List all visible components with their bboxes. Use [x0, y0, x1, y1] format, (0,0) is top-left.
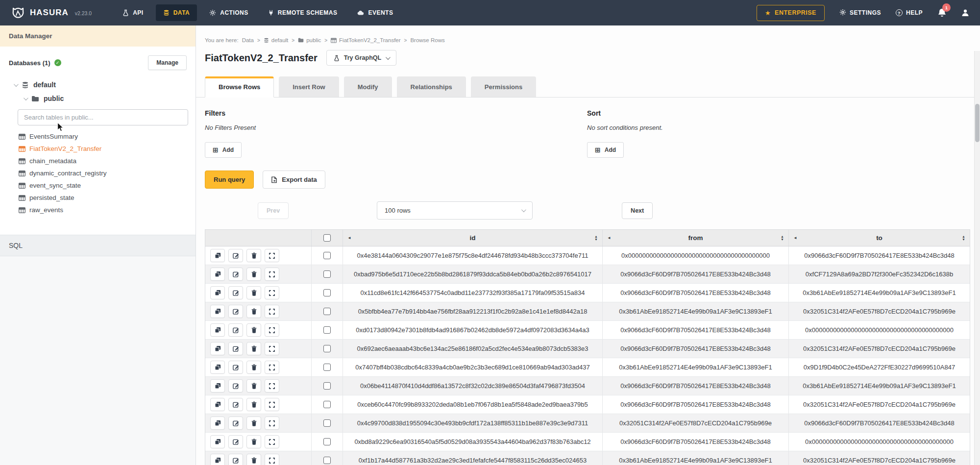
clone-row-button[interactable] — [210, 305, 225, 318]
vertical-scrollbar[interactable] — [974, 51, 980, 465]
edit-row-button[interactable] — [228, 249, 243, 262]
try-graphql-button[interactable]: Try GraphQL — [326, 50, 396, 66]
breadcrumb-item-table[interactable]: FiatTokenV2_2_Transfer — [331, 37, 401, 43]
edit-row-button[interactable] — [228, 286, 243, 299]
delete-row-button[interactable] — [246, 249, 261, 262]
delete-row-button[interactable] — [246, 286, 261, 299]
sidebar-item-sql[interactable]: SQL — [0, 235, 196, 256]
sidebar-item-event_sync_state[interactable]: event_sync_state — [19, 179, 188, 192]
sort-icon[interactable]: ▲▼ — [594, 235, 598, 241]
collapse-column-icon[interactable]: ◄ — [793, 236, 797, 240]
breadcrumb-item-data[interactable]: Data — [242, 37, 254, 43]
expand-row-button[interactable] — [265, 249, 279, 262]
breadcrumb-item-browse-rows[interactable]: Browse Rows — [410, 37, 444, 43]
edit-row-button[interactable] — [228, 361, 243, 374]
help-button[interactable]: ? HELP — [896, 9, 923, 16]
row-checkbox[interactable] — [323, 364, 331, 371]
edit-row-button[interactable] — [228, 268, 243, 281]
tab-permissions[interactable]: Permissions — [471, 76, 536, 97]
clone-row-button[interactable] — [210, 435, 225, 448]
settings-button[interactable]: SETTINGS — [839, 9, 881, 17]
clone-row-button[interactable] — [210, 361, 225, 374]
nav-item-actions[interactable]: ACTIONS — [202, 4, 256, 21]
column-header-from[interactable]: ◄ from ▲▼ — [602, 230, 788, 246]
expand-row-button[interactable] — [265, 286, 279, 299]
add-sort-button[interactable]: ⊞ Add — [587, 142, 624, 158]
delete-row-button[interactable] — [246, 323, 261, 337]
row-checkbox[interactable] — [323, 326, 331, 334]
expand-row-button[interactable] — [265, 268, 279, 281]
nav-item-api[interactable]: API — [115, 4, 151, 21]
expand-row-button[interactable] — [265, 379, 279, 392]
row-checkbox[interactable] — [323, 252, 331, 259]
row-checkbox[interactable] — [323, 270, 331, 278]
row-checkbox[interactable] — [323, 401, 331, 408]
delete-row-button[interactable] — [246, 305, 261, 318]
expand-row-button[interactable] — [265, 435, 279, 448]
tab-browse-rows[interactable]: Browse Rows — [205, 76, 274, 98]
tab-modify[interactable]: Modify — [344, 76, 392, 97]
expand-row-button[interactable] — [265, 323, 279, 337]
edit-row-button[interactable] — [228, 398, 243, 411]
nav-item-data[interactable]: DATA — [156, 4, 197, 21]
expand-row-button[interactable] — [265, 454, 279, 465]
select-all-checkbox[interactable] — [323, 234, 331, 242]
expand-row-button[interactable] — [265, 361, 279, 374]
notifications-button[interactable]: 1 — [937, 8, 947, 18]
delete-row-button[interactable] — [246, 435, 261, 448]
sidebar-item-dynamic_contract_registry[interactable]: dynamic_contract_registry — [19, 167, 188, 179]
delete-row-button[interactable] — [246, 379, 261, 392]
delete-row-button[interactable] — [246, 454, 261, 465]
table-search-input[interactable] — [18, 109, 188, 125]
edit-row-button[interactable] — [228, 305, 243, 318]
column-header-id[interactable]: ◄ id ▲▼ — [343, 230, 602, 246]
clone-row-button[interactable] — [210, 379, 225, 392]
clone-row-button[interactable] — [210, 398, 225, 411]
edit-row-button[interactable] — [228, 435, 243, 448]
delete-row-button[interactable] — [246, 342, 261, 355]
delete-row-button[interactable] — [246, 361, 261, 374]
run-query-button[interactable]: Run query — [205, 171, 254, 189]
tab-relationships[interactable]: Relationships — [397, 76, 466, 97]
sidebar-item-default-db[interactable]: default — [14, 78, 188, 92]
clone-row-button[interactable] — [210, 249, 225, 262]
clone-row-button[interactable] — [210, 454, 225, 465]
row-checkbox[interactable] — [323, 382, 331, 390]
delete-row-button[interactable] — [246, 398, 261, 411]
page-size-select[interactable]: 100 rows — [377, 201, 533, 220]
clone-row-button[interactable] — [210, 416, 225, 430]
expand-row-button[interactable] — [265, 342, 279, 355]
row-checkbox[interactable] — [323, 457, 331, 464]
sidebar-item-public-schema[interactable]: public — [24, 92, 188, 105]
clone-row-button[interactable] — [210, 268, 225, 281]
expand-row-button[interactable] — [265, 398, 279, 411]
sidebar-item-EventsSummary[interactable]: EventsSummary — [19, 130, 188, 143]
prev-page-button[interactable]: Prev — [258, 202, 289, 219]
tab-insert-row[interactable]: Insert Row — [279, 76, 339, 97]
export-data-button[interactable]: Export data — [263, 171, 325, 189]
collapse-column-icon[interactable]: ◄ — [607, 236, 611, 240]
scrollbar-thumb[interactable] — [975, 104, 980, 142]
row-checkbox[interactable] — [323, 308, 331, 315]
manage-button[interactable]: Manage — [148, 55, 187, 70]
expand-row-button[interactable] — [265, 416, 279, 430]
sidebar-item-raw_events[interactable]: raw_events — [19, 204, 188, 216]
row-checkbox[interactable] — [323, 345, 331, 352]
hasura-brand[interactable]: HASURA v2.23.0 — [11, 5, 92, 20]
sidebar-item-FiatTokenV2_2_Transfer[interactable]: FiatTokenV2_2_Transfer — [19, 143, 188, 155]
sidebar-item-persisted_state[interactable]: persisted_state — [19, 192, 188, 204]
clone-row-button[interactable] — [210, 323, 225, 337]
user-button[interactable] — [961, 9, 969, 17]
delete-row-button[interactable] — [246, 268, 261, 281]
clone-row-button[interactable] — [210, 342, 225, 355]
expand-row-button[interactable] — [265, 305, 279, 318]
add-filter-button[interactable]: ⊞ Add — [205, 142, 242, 158]
sort-icon[interactable]: ▲▼ — [962, 235, 965, 241]
chevron-down-icon[interactable] — [24, 96, 28, 100]
breadcrumb-item-public[interactable]: public — [298, 37, 321, 43]
collapse-column-icon[interactable]: ◄ — [347, 236, 351, 240]
sort-icon[interactable]: ▲▼ — [781, 235, 784, 241]
delete-row-button[interactable] — [246, 416, 261, 430]
nav-item-events[interactable]: EVENTS — [349, 4, 400, 21]
column-header-to[interactable]: ◄ to ▲▼ — [788, 230, 970, 246]
